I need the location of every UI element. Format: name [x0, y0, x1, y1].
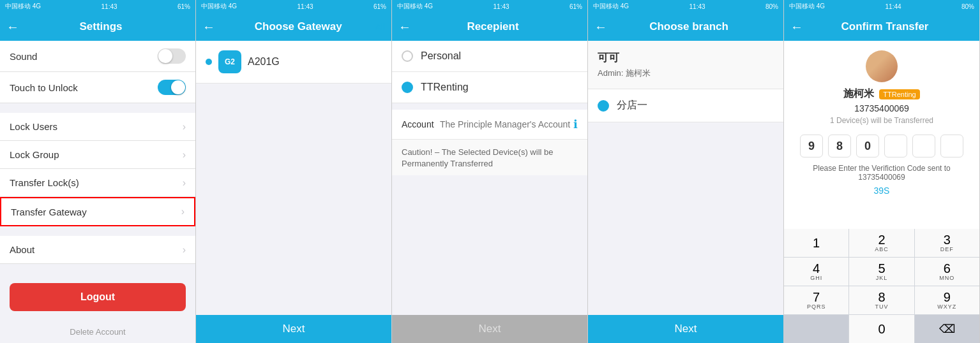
branch-org-header: 可可 Admin: 施柯米: [588, 41, 783, 89]
settings-item-lock-group[interactable]: Lock Group ›: [0, 141, 195, 169]
status-carrier-2: 中国移动 4G: [201, 2, 237, 11]
logout-button[interactable]: Logout: [10, 283, 186, 311]
numpad-key-3[interactable]: 3 DEF: [915, 229, 979, 257]
gateway-icon: G2: [218, 50, 241, 73]
numpad-key-6[interactable]: 6 MNO: [915, 258, 979, 286]
back-icon[interactable]: ←: [6, 20, 19, 34]
gateway-back-icon[interactable]: ←: [202, 20, 215, 34]
settings-item-transfer-gateway[interactable]: Transfer Gateway ›: [0, 197, 195, 226]
settings-item-touch-unlock[interactable]: Touch to Unlock: [0, 72, 195, 103]
transfer-lock-label: Transfer Lock(s): [10, 177, 183, 188]
numpad-key-4[interactable]: 4 GHI: [784, 258, 848, 286]
panel-choose-gateway: 中国移动 4G 11:43 61% ← Choose Gateway All G…: [196, 0, 392, 343]
panel-settings: 中国移动 4G 11:43 61% ← Settings Sound Touch…: [0, 0, 196, 343]
settings-item-sound[interactable]: Sound: [0, 41, 195, 72]
confirm-device-count: 1 Device(s) will be Transferred: [830, 116, 933, 125]
verify-digit-6[interactable]: [940, 135, 963, 157]
status-battery-3: 61%: [569, 3, 582, 10]
status-time-2: 11:43: [298, 3, 313, 10]
settings-item-about[interactable]: About ›: [0, 236, 195, 264]
numpad-letters-2: ABC: [875, 246, 889, 252]
status-carrier-1: 中国移动 4G: [5, 2, 41, 11]
numpad-key-1[interactable]: 1: [784, 229, 848, 257]
numpad-key-7[interactable]: 7 PQRS: [784, 286, 848, 314]
numpad-key-8[interactable]: 8 TUV: [849, 286, 914, 314]
gateway-all-button[interactable]: All: [375, 22, 385, 32]
confirm-content: 施柯米 TTRenting 13735400069 1 Device(s) wi…: [784, 41, 979, 229]
recipient-back-icon[interactable]: ←: [398, 20, 411, 34]
numpad-digit-3: 3: [944, 233, 951, 246]
numpad-key-9[interactable]: 9 WXYZ: [915, 286, 979, 314]
gateway-name: A201G: [248, 56, 280, 68]
verify-digit-1[interactable]: 9: [800, 135, 823, 157]
numpad-digit-7: 7: [813, 291, 820, 303]
branch-back-icon[interactable]: ←: [594, 20, 607, 34]
nav-title-gateway: Choose Gateway: [222, 20, 375, 33]
status-carrier-4: 中国移动 4G: [593, 2, 629, 11]
numpad-letters-6: MNO: [939, 275, 954, 281]
verify-digit-5[interactable]: [912, 135, 935, 157]
status-carrier-5: 中国移动 4G: [789, 2, 825, 11]
numpad-letters-7: PQRS: [807, 303, 826, 310]
avatar-image: [866, 50, 898, 82]
personal-radio: [402, 50, 413, 62]
touch-unlock-toggle[interactable]: [158, 80, 186, 95]
delete-account[interactable]: Delete Account: [0, 321, 195, 343]
logout-section: Logout: [0, 274, 195, 321]
nav-title-recipient: Recepient: [418, 20, 568, 33]
status-time-5: 11:44: [886, 3, 901, 10]
nav-title-branch: Choose branch: [614, 20, 764, 33]
account-row: Account ℹ: [392, 110, 587, 140]
confirm-back-icon[interactable]: ←: [790, 20, 803, 34]
recipient-personal[interactable]: Personal: [392, 41, 587, 72]
verify-note: Please Enter the Verifiction Code sent t…: [794, 164, 970, 182]
account-info-icon[interactable]: ℹ: [573, 117, 578, 131]
branch-item-1[interactable]: 分店一: [588, 89, 783, 122]
ttrenting-label: TTRenting: [421, 82, 469, 93]
branch1-radio: [598, 100, 609, 112]
settings-item-transfer-lock[interactable]: Transfer Lock(s) ›: [0, 169, 195, 197]
branch-next-button[interactable]: Next: [588, 315, 783, 343]
verify-digit-2[interactable]: 8: [828, 135, 851, 157]
recipient-ttrenting[interactable]: TTRenting: [392, 72, 587, 103]
status-time-3: 11:43: [494, 3, 509, 10]
status-time-1: 11:43: [102, 3, 117, 10]
numpad-key-2[interactable]: 2 ABC: [849, 229, 914, 257]
status-bar-5: 中国移动 4G 11:44 80%: [784, 0, 979, 13]
account-label: Account: [402, 119, 440, 129]
numpad-digit-1: 1: [813, 237, 820, 249]
numpad-key-5[interactable]: 5 JKL: [849, 258, 914, 286]
recipient-tag-badge: TTRenting: [879, 89, 919, 99]
avatar: [866, 50, 898, 82]
branch1-label: 分店一: [617, 99, 647, 112]
section-gap-1: [0, 103, 195, 113]
numpad-key-0[interactable]: 0: [849, 315, 914, 343]
status-bar-4: 中国移动 4G 11:43 80%: [588, 0, 783, 13]
verify-digit-4[interactable]: [884, 135, 907, 157]
section-gap-2: [0, 226, 195, 236]
numpad-digit-9: 9: [944, 291, 951, 303]
transfer-gateway-label: Transfer Gateway: [11, 207, 181, 217]
gateway-item-a201g[interactable]: G2 A201G: [196, 41, 391, 84]
caution-text: Caution! – The Selected Device(s) will b…: [402, 147, 554, 168]
account-input[interactable]: [440, 119, 573, 129]
status-carrier-3: 中国移动 4G: [397, 2, 433, 11]
nav-bar-gateway: ← Choose Gateway All: [196, 13, 391, 41]
confirm-phone: 13735400069: [854, 103, 909, 113]
status-bar-1: 中国移动 4G 11:43 61%: [0, 0, 195, 13]
personal-label: Personal: [421, 50, 461, 62]
recipient-next-button[interactable]: Next: [392, 315, 587, 343]
numpad-key-delete[interactable]: ⌫: [915, 315, 979, 343]
branch-admin: Admin: 施柯米: [598, 68, 774, 79]
status-battery-5: 80%: [961, 3, 974, 10]
numpad-letters-9: WXYZ: [937, 303, 956, 310]
status-battery-4: 80%: [765, 3, 778, 10]
lock-group-chevron: ›: [183, 149, 186, 161]
section-gap-3: [0, 264, 195, 274]
verify-digit-3[interactable]: 0: [856, 135, 879, 157]
settings-item-lock-users[interactable]: Lock Users ›: [0, 113, 195, 141]
lock-users-chevron: ›: [183, 121, 186, 133]
gateway-next-button[interactable]: Next: [196, 315, 391, 343]
status-battery-2: 61%: [373, 3, 386, 10]
sound-toggle[interactable]: [158, 48, 186, 64]
